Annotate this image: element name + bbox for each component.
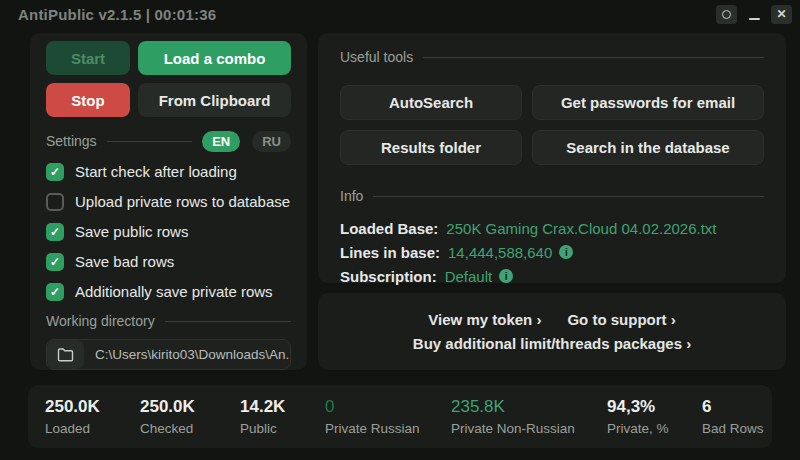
stat-bad-rows: 6 Bad Rows xyxy=(702,397,764,436)
tool-buttons: AutoSearch Get passwords for email Resul… xyxy=(340,85,764,165)
lines-in-base-label: Lines in base: xyxy=(340,244,440,261)
subscription-value: Default xyxy=(445,268,493,285)
divider xyxy=(165,321,291,322)
load-combo-button[interactable]: Load a combo xyxy=(138,41,291,75)
start-button[interactable]: Start xyxy=(46,41,130,75)
checkbox-save-public-rows[interactable]: ✓ Save public rows xyxy=(46,222,291,241)
pin-on-top-button[interactable] xyxy=(716,5,737,24)
checkbox-start-check-after-loading[interactable]: ✓ Start check after loading xyxy=(46,162,291,181)
stats-bar: 250.0K Loaded 250.0K Checked 14.2K Publi… xyxy=(28,385,772,448)
minimize-button[interactable] xyxy=(746,5,762,24)
lines-in-base-row: Lines in base: 14,444,588,640 i xyxy=(340,240,764,264)
stat-label: Public xyxy=(240,421,325,436)
stat-value: 250.0K xyxy=(140,397,240,417)
stat-value: 14.2K xyxy=(240,397,325,417)
checkbox-save-bad-rows[interactable]: ✓ Save bad rows xyxy=(46,252,291,271)
from-clipboard-button[interactable]: From Clipboard xyxy=(138,83,291,117)
close-button[interactable]: ✕ xyxy=(771,5,792,24)
checkbox-additionally-save-private-rows[interactable]: ✓ Additionally save private rows xyxy=(46,282,291,301)
search-database-button[interactable]: Search in the database xyxy=(532,130,764,165)
stat-label: Checked xyxy=(140,421,240,436)
stop-button[interactable]: Stop xyxy=(46,83,130,117)
get-passwords-button[interactable]: Get passwords for email xyxy=(532,85,764,120)
app-window: AntiPublic v2.1.5 | 00:01:36 ✕ Start Loa… xyxy=(0,0,800,460)
window-controls: ✕ xyxy=(716,5,792,24)
loaded-base-label: Loaded Base: xyxy=(340,220,438,237)
checkbox-label: Save public rows xyxy=(75,223,188,240)
stat-label: Private, % xyxy=(607,421,702,436)
check-icon: ✓ xyxy=(50,166,60,178)
folder-icon xyxy=(57,348,74,362)
checkbox-label: Upload private rows to database xyxy=(75,193,290,210)
control-panel: Start Load a combo Stop From Clipboard S… xyxy=(30,33,307,370)
stat-loaded: 250.0K Loaded xyxy=(45,397,140,436)
checkbox-label: Start check after loading xyxy=(75,163,237,180)
stat-value: 0 xyxy=(325,397,451,417)
stat-label: Bad Rows xyxy=(702,421,764,436)
browse-folder-button[interactable] xyxy=(47,340,84,369)
checkbox-checked: ✓ xyxy=(46,253,64,271)
stat-checked: 250.0K Checked xyxy=(140,397,240,436)
circle-icon xyxy=(722,10,731,19)
app-title: AntiPublic v2.1.5 | 00:01:36 xyxy=(18,6,216,23)
divider xyxy=(107,141,193,142)
go-to-support-link[interactable]: Go to support › xyxy=(567,311,675,328)
useful-tools-header: Useful tools xyxy=(340,47,764,67)
info-icon[interactable]: i xyxy=(559,245,573,259)
autosearch-button[interactable]: AutoSearch xyxy=(340,85,522,120)
stat-private-russian: 0 Private Russian xyxy=(325,397,451,436)
checkbox-unchecked xyxy=(46,193,64,211)
stat-private-percent: 94,3% Private, % xyxy=(607,397,702,436)
settings-checkboxes: ✓ Start check after loading Upload priva… xyxy=(46,162,291,301)
check-icon: ✓ xyxy=(50,286,60,298)
stat-label: Private Non-Russian xyxy=(451,421,607,436)
subscription-label: Subscription: xyxy=(340,268,437,285)
loaded-base-row: Loaded Base: 250K Gaming Crax.Cloud 04.0… xyxy=(340,216,764,240)
close-icon: ✕ xyxy=(776,8,786,20)
info-icon[interactable]: i xyxy=(499,269,513,283)
working-directory-header: Working directory xyxy=(46,312,291,330)
divider xyxy=(423,57,764,58)
stat-public: 14.2K Public xyxy=(240,397,325,436)
checkbox-label: Additionally save private rows xyxy=(75,283,273,300)
stat-label: Loaded xyxy=(45,421,140,436)
stat-label: Private Russian xyxy=(325,421,451,436)
checkbox-upload-private-rows[interactable]: Upload private rows to database xyxy=(46,192,291,211)
settings-label: Settings xyxy=(46,133,97,149)
stat-value: 235.8K xyxy=(451,397,607,417)
stat-value: 94,3% xyxy=(607,397,702,417)
titlebar: AntiPublic v2.1.5 | 00:01:36 ✕ xyxy=(0,0,800,28)
subscription-row: Subscription: Default i xyxy=(340,264,764,288)
checkbox-checked: ✓ xyxy=(46,283,64,301)
minimize-icon xyxy=(749,18,760,20)
info-label: Info xyxy=(340,188,363,204)
checkbox-checked: ✓ xyxy=(46,163,64,181)
check-icon: ✓ xyxy=(50,226,60,238)
settings-header: Settings EN RU xyxy=(46,129,291,153)
links-row-top: View my token › Go to support › xyxy=(428,311,675,328)
links-panel: View my token › Go to support › Buy addi… xyxy=(318,293,786,370)
links-row-bottom: Buy additional limit/threads packages › xyxy=(413,335,691,352)
working-directory-label: Working directory xyxy=(46,313,155,329)
loaded-base-value: 250K Gaming Crax.Cloud 04.02.2026.txt xyxy=(446,220,716,237)
language-ru-toggle[interactable]: RU xyxy=(252,131,291,152)
results-folder-button[interactable]: Results folder xyxy=(340,130,522,165)
action-buttons: Start Load a combo Stop From Clipboard xyxy=(46,41,291,117)
working-directory-path: C:\Users\kirito03\Downloads\An... xyxy=(84,347,291,362)
stat-value: 6 xyxy=(702,397,764,417)
useful-tools-label: Useful tools xyxy=(340,49,413,65)
check-icon: ✓ xyxy=(50,256,60,268)
info-lines: Loaded Base: 250K Gaming Crax.Cloud 04.0… xyxy=(340,216,764,288)
checkbox-label: Save bad rows xyxy=(75,253,174,270)
stat-private-non-russian: 235.8K Private Non-Russian xyxy=(451,397,607,436)
buy-packages-link[interactable]: Buy additional limit/threads packages › xyxy=(413,335,691,352)
view-my-token-link[interactable]: View my token › xyxy=(428,311,541,328)
working-directory-input[interactable]: C:\Users\kirito03\Downloads\An... xyxy=(46,339,291,370)
tools-info-panel: Useful tools AutoSearch Get passwords fo… xyxy=(318,33,786,283)
checkbox-checked: ✓ xyxy=(46,223,64,241)
info-header: Info xyxy=(340,187,764,205)
lines-in-base-value: 14,444,588,640 xyxy=(448,244,552,261)
language-en-toggle[interactable]: EN xyxy=(202,131,240,152)
stat-value: 250.0K xyxy=(45,397,140,417)
divider xyxy=(373,196,764,197)
